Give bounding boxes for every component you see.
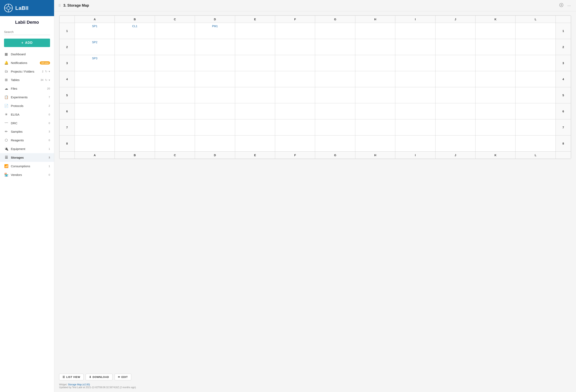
logo-icon [4, 4, 13, 12]
sidebar-item-equipment[interactable]: 🔌Equipment1 [0, 145, 54, 153]
add-label: ADD [25, 41, 33, 45]
widget-info: Widget: Storage Map (v2.00) Updated by T… [54, 381, 576, 392]
cell-3-A[interactable]: SP3 [75, 55, 115, 71]
cell-link-3-A[interactable]: SP3 [75, 55, 115, 61]
cell-5-K [476, 87, 516, 103]
protocols-count: 2 [49, 104, 50, 107]
cell-6-C [155, 103, 195, 120]
projects-refresh-icon[interactable]: ↻ [45, 70, 47, 73]
sidebar-item-samples[interactable]: ✏Samples3 [0, 127, 54, 136]
projects-count: 2 [42, 70, 43, 73]
widget-link[interactable]: Storage Map (v2.00) [68, 383, 90, 386]
storages-nav-label: Storages [11, 156, 46, 159]
cell-2-J [435, 39, 475, 55]
footer-col-header-L: L [516, 151, 556, 159]
protocols-nav-icon: 📄 [4, 104, 8, 108]
download-icon: ⬇ [89, 376, 91, 379]
row-header-right-7: 7 [556, 120, 571, 135]
row-header-right-3: 3 [556, 55, 571, 71]
grid-footer-corner [59, 151, 75, 159]
cell-5-B [115, 87, 155, 103]
sidebar-item-vendors[interactable]: 🏪Vendors0 [0, 171, 54, 179]
search-input[interactable] [4, 29, 50, 35]
sidebar-item-projects[interactable]: 🗂Projects / Folders2↻▾ [0, 67, 54, 76]
cell-2-A[interactable]: SP2 [75, 39, 115, 55]
experiments-nav-label: Experiments [11, 95, 46, 99]
cell-2-K [476, 39, 516, 55]
cell-8-F [275, 135, 315, 151]
download-button[interactable]: ⬇ DOWNLOAD [86, 374, 113, 380]
sidebar-item-drc[interactable]: 〰DRC0 [0, 119, 54, 127]
cell-6-E [235, 103, 275, 120]
col-header-I: I [395, 16, 435, 23]
cell-7-H [355, 120, 395, 135]
list-view-button[interactable]: ☰ LIST VIEW [59, 374, 84, 380]
cell-6-K [476, 103, 516, 120]
drag-handle-icon[interactable]: ⠿ [58, 3, 61, 8]
sidebar: LaBII Labii Demo + ADD ▦Dashboard🔔Notifi… [0, 0, 54, 392]
add-widget-button[interactable] [558, 3, 565, 8]
sidebar-item-experiments[interactable]: 📋Experiments7 [0, 93, 54, 101]
row-header-4: 4 [59, 71, 75, 87]
sidebar-item-consumptions[interactable]: 📶Consumptions1 [0, 162, 54, 171]
notifications-badge: 10 new [40, 61, 50, 64]
storages-count: 3 [49, 156, 50, 159]
samples-nav-label: Samples [11, 130, 46, 133]
cell-6-F [275, 103, 315, 120]
search-container [0, 27, 54, 38]
edit-button[interactable]: ✏ EDIT [115, 374, 131, 380]
cell-3-K [476, 55, 516, 71]
dashboard-nav-icon: ▦ [4, 52, 8, 56]
consumptions-count: 1 [49, 165, 50, 168]
sidebar-item-reagents[interactable]: ⬡Reagents0 [0, 136, 54, 145]
cell-7-I [395, 120, 435, 135]
add-plus-icon: + [21, 41, 23, 45]
cell-link-2-A[interactable]: SP2 [75, 39, 115, 45]
tables-refresh-icon[interactable]: ↻ [45, 78, 47, 82]
cell-7-C [155, 120, 195, 135]
projects-chevron-icon[interactable]: ▾ [49, 70, 50, 73]
grid-row-4: 44 [59, 71, 571, 87]
edit-icon: ✏ [118, 376, 120, 379]
cell-5-H [355, 87, 395, 103]
sidebar-item-dashboard[interactable]: ▦Dashboard [0, 50, 54, 59]
sidebar-item-notifications[interactable]: 🔔Notifications10 new [0, 59, 54, 67]
cell-link-1-B[interactable]: CL1 [115, 23, 155, 29]
row-header-6: 6 [59, 103, 75, 120]
equipment-count: 1 [49, 147, 50, 150]
row-header-right-5: 5 [556, 87, 571, 103]
cell-8-C [155, 135, 195, 151]
topbar: ⠿ 3. Storage Map ··· [54, 0, 576, 11]
sidebar-item-elisa[interactable]: ✳ELISA0 [0, 110, 54, 119]
dashboard-nav-label: Dashboard [11, 53, 50, 56]
sidebar-item-tables[interactable]: ⊞Tables34↻▾ [0, 76, 54, 84]
add-button[interactable]: + ADD [4, 39, 50, 47]
notifications-nav-label: Notifications [11, 61, 37, 64]
footer-col-header-K: K [476, 151, 516, 159]
more-options-button[interactable]: ··· [566, 3, 572, 8]
sidebar-item-protocols[interactable]: 📄Protocols2 [0, 101, 54, 110]
cell-link-1-A[interactable]: SP1 [75, 23, 115, 29]
cell-1-H [355, 23, 395, 39]
col-header-D: D [195, 16, 235, 23]
sidebar-item-storages[interactable]: ☰Storages3 [0, 153, 54, 162]
cell-6-J [435, 103, 475, 120]
samples-count: 3 [49, 130, 50, 133]
sidebar-header: LaBII [0, 0, 54, 16]
cell-link-1-D[interactable]: PM1 [195, 23, 235, 29]
notifications-nav-icon: 🔔 [4, 61, 8, 65]
cell-1-E [235, 23, 275, 39]
grid-row-8: 88 [59, 135, 571, 151]
cell-1-A[interactable]: SP1 [75, 23, 115, 39]
projects-nav-label: Projects / Folders [11, 70, 40, 73]
cell-4-D [195, 71, 235, 87]
cell-1-D[interactable]: PM1 [195, 23, 235, 39]
tables-chevron-icon[interactable]: ▾ [49, 78, 50, 82]
cell-8-L [516, 135, 556, 151]
files-nav-icon: ☁ [4, 87, 8, 91]
cell-5-I [395, 87, 435, 103]
cell-1-B[interactable]: CL1 [115, 23, 155, 39]
cell-7-G [315, 120, 355, 135]
row-header-2: 2 [59, 39, 75, 55]
sidebar-item-files[interactable]: ☁Files20 [0, 84, 54, 93]
